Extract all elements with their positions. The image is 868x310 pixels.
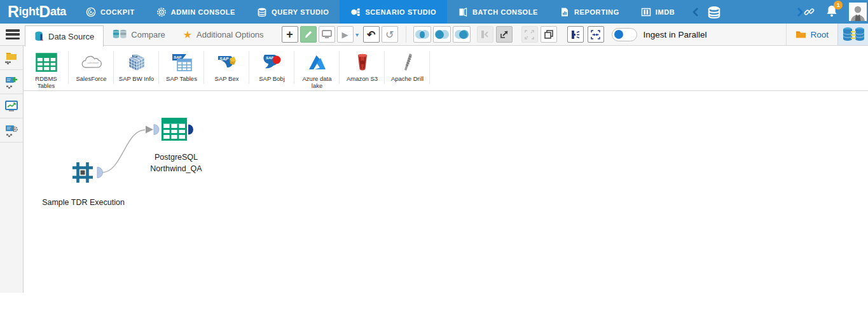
undo-button[interactable]: ↶ xyxy=(363,26,380,43)
palette-item-apache-drill[interactable]: Apache Drill xyxy=(385,46,430,90)
svg-text:SAP: SAP xyxy=(219,57,229,61)
database-icon xyxy=(257,7,267,17)
nav-query-studio[interactable]: QUERY STUDIO xyxy=(246,0,340,24)
left-join-button[interactable] xyxy=(433,26,451,43)
connections-button[interactable] xyxy=(707,0,721,24)
dataset-compare-button[interactable] xyxy=(837,24,868,45)
edit-button[interactable] xyxy=(300,26,317,43)
scenario-studio-app: RightData COCKPIT ADMIN CONSOLE xyxy=(0,0,868,310)
monitor-icon xyxy=(322,30,332,39)
tab-data-source[interactable]: Data Source xyxy=(25,25,104,46)
run-button[interactable]: ▶ xyxy=(337,26,354,43)
inner-join-button[interactable] xyxy=(413,26,431,43)
palette-item-sap-bobj[interactable]: SAP SAP Bobj xyxy=(249,46,294,90)
palette-label: SAP BW Info xyxy=(116,75,157,82)
right-join-button[interactable] xyxy=(453,26,471,43)
compress-flow-button[interactable] xyxy=(588,26,604,43)
palette-label: SalesForce xyxy=(71,75,112,82)
azure-icon xyxy=(308,52,327,73)
palette-item-sap-bex[interactable]: SAP SAP Bex xyxy=(204,46,249,90)
palette-item-rdbms-tables[interactable]: RDBMS Tables xyxy=(24,46,69,90)
notifications-button[interactable]: 1 xyxy=(826,4,837,20)
gear-icon xyxy=(156,7,167,17)
tab-label: Compare xyxy=(131,30,165,39)
node-label-postgresql: PostgreSQL Northwind_QA xyxy=(113,151,240,174)
merge-output-button[interactable] xyxy=(567,26,584,43)
nav-batch-console[interactable]: BATCH CONSOLE xyxy=(447,0,549,24)
toolbar: Data Source xyxy=(0,24,868,46)
sap-bw-cube-icon: SAP xyxy=(127,52,146,73)
collapse-left-icon xyxy=(481,30,490,39)
export-button[interactable] xyxy=(496,26,513,43)
copy-button[interactable] xyxy=(541,26,557,43)
tab-compare[interactable]: Compare xyxy=(104,24,174,45)
logo-text: R xyxy=(8,3,19,21)
nav-cockpit[interactable]: COCKPIT xyxy=(75,0,146,24)
linked-databases-icon xyxy=(843,27,864,42)
run-options-caret[interactable]: ▾ xyxy=(354,31,361,38)
left-sidebar xyxy=(0,46,24,293)
postgres-table-icon xyxy=(162,118,187,141)
nav-label: REPORTING xyxy=(574,8,619,16)
monitor-chart-icon xyxy=(4,100,18,113)
copy-icon xyxy=(544,30,553,39)
nav-scenario-studio[interactable]: SCENARIO STUDIO xyxy=(340,0,447,24)
tdr-output-port xyxy=(97,167,103,178)
nav-reporting[interactable]: REPORTING xyxy=(549,0,630,24)
nav-label: ADMIN CONSOLE xyxy=(171,8,235,16)
imdb-columns-icon xyxy=(641,7,651,17)
rightdata-logo[interactable]: RightData xyxy=(0,0,75,24)
nav-admin-console[interactable]: ADMIN CONSOLE xyxy=(146,0,246,24)
merge-flow-icon xyxy=(570,30,580,39)
sap-tables-icon: SAP xyxy=(172,52,192,73)
history-button[interactable]: ↺ xyxy=(382,26,398,43)
compress-arrows-icon xyxy=(591,30,600,39)
rdbms-table-icon xyxy=(36,52,57,73)
inner-join-icon xyxy=(415,30,429,39)
sidebar-monitor-button[interactable] xyxy=(0,94,23,118)
menu-button[interactable] xyxy=(6,29,20,39)
tab-label: Data Source xyxy=(48,32,94,41)
tab-label: Additional Options xyxy=(196,30,264,39)
topbar-right: 1 xyxy=(804,0,868,24)
nav-label: BATCH CONSOLE xyxy=(472,8,538,16)
root-label: Root xyxy=(810,30,829,39)
palette-label: SAP Tables xyxy=(162,75,202,82)
connector-arrowhead xyxy=(146,126,153,134)
palette-item-sap-tables[interactable]: SAP SAP Tables xyxy=(159,46,204,90)
collapse-panel-button[interactable] xyxy=(477,26,493,43)
nav-label: QUERY STUDIO xyxy=(272,8,329,16)
link-icon[interactable] xyxy=(804,6,815,17)
fit-view-button[interactable] xyxy=(521,26,538,43)
palette-item-azure-data-lake[interactable]: Azure data lake xyxy=(294,46,340,90)
ingest-parallel-toggle[interactable] xyxy=(612,28,637,41)
chevron-right-icon xyxy=(796,7,804,17)
preview-button[interactable] xyxy=(319,26,335,43)
notification-badge: 1 xyxy=(834,1,843,10)
nav-scroll-right[interactable] xyxy=(796,0,804,24)
palette-item-salesforce[interactable]: salesforce SalesForce xyxy=(69,46,114,90)
node-sample-tdr-execution[interactable] xyxy=(71,160,95,187)
root-breadcrumb[interactable]: Root xyxy=(786,24,837,45)
sidebar-settings-button[interactable] xyxy=(0,118,23,143)
database-stack-icon xyxy=(707,5,721,19)
apache-drill-icon xyxy=(401,52,415,73)
palette-item-sap-bw-info[interactable]: SAP SAP BW Info xyxy=(114,46,159,90)
nav-scroll-left[interactable] xyxy=(692,0,699,24)
topbar: RightData COCKPIT ADMIN CONSOLE xyxy=(0,0,868,24)
flow-canvas[interactable]: Sample TDR Execution PostgreSQL Northwin… xyxy=(24,91,868,310)
palette-item-amazon-s3[interactable]: Amazon S3 xyxy=(340,46,385,90)
palette-label: SAP Bex xyxy=(207,75,247,82)
studio-tabs: Data Source xyxy=(25,24,273,45)
pencil-icon xyxy=(304,30,313,39)
node-postgresql-northwind[interactable] xyxy=(162,118,187,143)
add-button[interactable]: + xyxy=(282,26,298,43)
scenario-flow-icon xyxy=(350,7,361,17)
tab-additional-options[interactable]: ★ Additional Options xyxy=(174,24,273,45)
user-avatar[interactable] xyxy=(849,3,867,21)
node-label-line2: Northwind_QA xyxy=(113,163,240,174)
nav-imdb[interactable]: IMDB xyxy=(630,0,686,24)
sidebar-add-scenario-button[interactable] xyxy=(0,70,23,94)
sidebar-folder-tree-button[interactable] xyxy=(0,46,23,70)
amazon-s3-icon xyxy=(354,52,371,73)
